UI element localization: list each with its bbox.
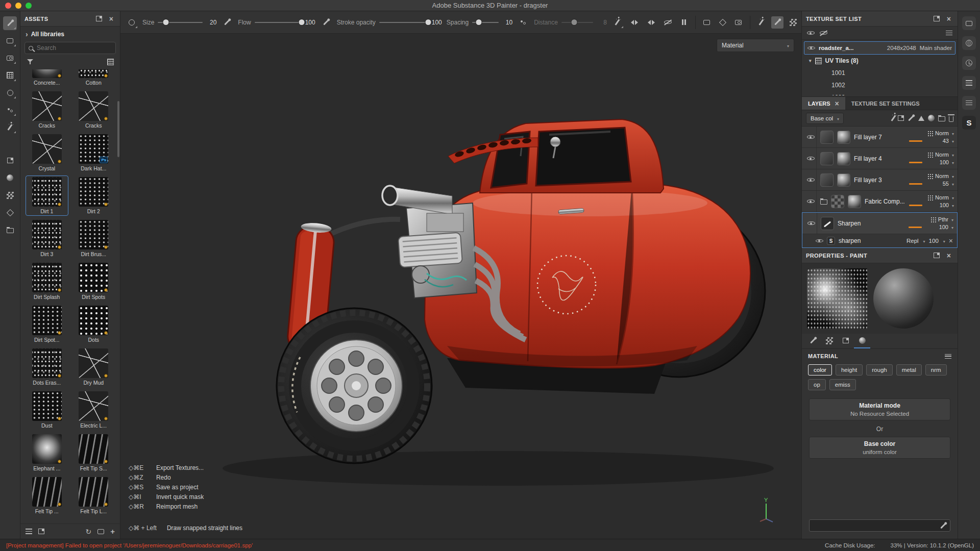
undock-panel-icon[interactable] bbox=[932, 14, 941, 23]
distance-slider[interactable] bbox=[561, 22, 593, 23]
visibility-eye-icon[interactable] bbox=[807, 198, 815, 205]
base-color-button[interactable]: Base color uniform color bbox=[809, 437, 950, 459]
add-effect-icon[interactable] bbox=[891, 115, 896, 121]
log-list-icon[interactable] bbox=[962, 76, 976, 90]
layer-thumbnail[interactable] bbox=[821, 217, 834, 230]
asset-item[interactable]: PsDark Hat... bbox=[72, 133, 115, 173]
viewport-3d-canvas[interactable] bbox=[120, 34, 801, 539]
blend-mode-select[interactable]: Pthr bbox=[938, 216, 948, 222]
asset-item[interactable]: Cracks bbox=[72, 90, 115, 130]
texture-set-menu-icon[interactable] bbox=[946, 31, 952, 35]
history-icon[interactable] bbox=[962, 56, 976, 70]
asset-item[interactable]: Dust bbox=[26, 390, 68, 430]
add-paint-layer-icon[interactable] bbox=[908, 115, 914, 121]
layer-row[interactable]: Fill layer 3 Norm 55 bbox=[802, 169, 958, 191]
effect-blend-select[interactable]: Repl bbox=[906, 238, 919, 244]
brush-stroke-preview[interactable] bbox=[873, 268, 934, 329]
viewport-material-selector[interactable]: Material bbox=[717, 39, 794, 52]
visibility-eye-icon[interactable] bbox=[816, 237, 823, 244]
asset-item[interactable]: Dots bbox=[72, 304, 115, 344]
blend-grid-icon[interactable] bbox=[930, 217, 936, 222]
brush-preset-icon[interactable] bbox=[126, 16, 138, 29]
layer-thumbnail[interactable] bbox=[837, 152, 850, 165]
uv-tile[interactable]: 1003 bbox=[802, 91, 958, 95]
color-picker-icon[interactable] bbox=[787, 16, 799, 29]
assets-scrollbar[interactable] bbox=[117, 101, 119, 157]
symmetry-icon[interactable] bbox=[628, 16, 641, 29]
asset-item[interactable]: Cracks bbox=[26, 90, 68, 130]
search-box[interactable] bbox=[24, 42, 116, 54]
asset-item[interactable]: Felt Tip ... bbox=[26, 475, 68, 516]
clone-tool[interactable] bbox=[3, 103, 17, 117]
uv-tile[interactable]: 1002 bbox=[802, 79, 958, 91]
library-selector[interactable]: All libraries bbox=[20, 27, 120, 42]
uv-tile[interactable]: 1001 bbox=[802, 67, 958, 79]
asset-item[interactable]: Felt Tip L... bbox=[72, 475, 115, 516]
camera-settings-icon[interactable] bbox=[732, 16, 745, 29]
channel-chip-metal[interactable]: metal bbox=[896, 364, 922, 375]
channel-chip-rough[interactable]: rough bbox=[866, 364, 892, 375]
asset-item-selected[interactable]: Dirt 1 bbox=[26, 176, 68, 216]
blend-grid-icon[interactable] bbox=[927, 173, 933, 179]
channel-chip-emiss[interactable]: emiss bbox=[829, 379, 856, 390]
asset-item[interactable]: Dirt Brus... bbox=[72, 218, 115, 259]
resources-icon[interactable] bbox=[3, 223, 17, 237]
add-fill-layer-icon[interactable] bbox=[918, 116, 924, 121]
export-icon[interactable] bbox=[3, 154, 17, 167]
minimize-window-button[interactable] bbox=[15, 3, 21, 9]
perspective-cube-icon[interactable] bbox=[717, 16, 729, 29]
pause-engine-icon[interactable] bbox=[678, 16, 690, 29]
panels-menu-icon[interactable] bbox=[962, 96, 976, 110]
blend-mode-select[interactable]: Norm bbox=[935, 194, 949, 201]
blend-mode-select[interactable]: Norm bbox=[935, 130, 949, 136]
stroke-opacity-slider[interactable] bbox=[379, 22, 428, 23]
tab-texture-set-settings[interactable]: TEXTURE SET SETTINGS bbox=[845, 97, 926, 110]
visibility-eye-icon[interactable] bbox=[807, 155, 815, 162]
remove-effect-icon[interactable] bbox=[949, 237, 953, 244]
asset-item[interactable]: Concrete... bbox=[26, 69, 68, 87]
flow-pressure-icon[interactable] bbox=[320, 16, 332, 29]
add-asset-icon[interactable] bbox=[110, 528, 115, 535]
opacity-select[interactable]: 100 bbox=[940, 159, 949, 165]
alpha-preview[interactable] bbox=[807, 268, 867, 329]
channel-filter-select[interactable]: Base col bbox=[806, 113, 844, 124]
smudge-tool[interactable] bbox=[3, 86, 17, 99]
layer-thumbnail[interactable] bbox=[848, 195, 861, 208]
shader-settings-icon[interactable] bbox=[962, 36, 976, 50]
asset-item[interactable]: Dry Mud bbox=[72, 347, 115, 387]
effect-opacity-select[interactable]: 100 bbox=[929, 238, 939, 244]
close-window-button[interactable] bbox=[5, 3, 11, 9]
stencil-icon[interactable] bbox=[755, 16, 768, 29]
visibility-eye-icon[interactable] bbox=[807, 220, 815, 227]
close-panel-icon[interactable] bbox=[944, 251, 953, 260]
tab-brush[interactable] bbox=[805, 334, 821, 348]
opacity-select[interactable]: 43 bbox=[943, 138, 949, 144]
tab-stencil[interactable] bbox=[838, 334, 854, 348]
add-smart-material-icon[interactable] bbox=[928, 115, 935, 121]
viewport[interactable]: Material ◇⌘EExport Textures... ◇⌘ZRedo ◇… bbox=[120, 34, 801, 539]
layer-row[interactable]: Fill layer 4 Norm 100 bbox=[802, 148, 958, 169]
eraser-tool[interactable] bbox=[3, 34, 17, 47]
asset-item[interactable]: Dirt Splash bbox=[26, 261, 68, 302]
details-view-icon[interactable] bbox=[38, 529, 44, 534]
zoom-window-button[interactable] bbox=[26, 3, 32, 9]
layer-mask-thumbnail[interactable] bbox=[820, 152, 834, 165]
bake-icon[interactable] bbox=[3, 171, 17, 185]
uv-tiles-row[interactable]: UV Tiles (8) bbox=[802, 55, 958, 67]
asset-item[interactable]: Dirt 2 bbox=[72, 176, 115, 216]
size-slider[interactable] bbox=[158, 22, 203, 23]
layer-thumbnail[interactable] bbox=[837, 131, 850, 144]
filter-funnel-icon[interactable] bbox=[26, 57, 35, 66]
channel-chip-color[interactable]: color bbox=[808, 364, 832, 375]
projection-tool[interactable] bbox=[3, 51, 17, 65]
layer-mask-thumbnail[interactable] bbox=[820, 173, 834, 187]
blend-grid-icon[interactable] bbox=[927, 131, 933, 136]
quick-mask-icon[interactable] bbox=[3, 188, 17, 202]
visibility-eye-icon[interactable] bbox=[807, 134, 815, 141]
flow-slider[interactable] bbox=[255, 22, 302, 23]
spacing-slider[interactable] bbox=[472, 22, 499, 23]
delete-layer-icon[interactable] bbox=[949, 116, 953, 122]
size-pressure-icon[interactable] bbox=[221, 16, 233, 29]
layer-thumbnail[interactable] bbox=[837, 173, 850, 187]
eyedropper-icon[interactable] bbox=[940, 522, 946, 529]
